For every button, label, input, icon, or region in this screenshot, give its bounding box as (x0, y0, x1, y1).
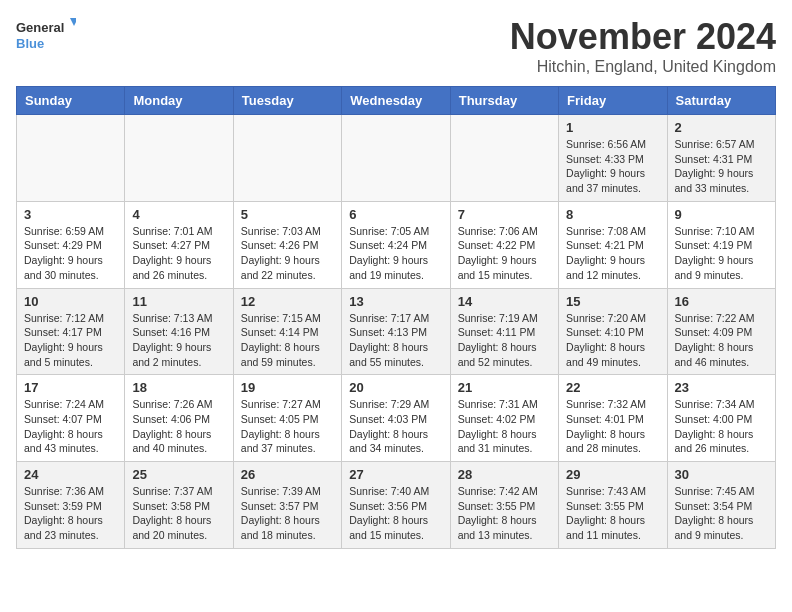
day-info: Sunrise: 7:24 AM Sunset: 4:07 PM Dayligh… (24, 397, 117, 456)
day-number: 9 (675, 207, 768, 222)
day-info: Sunrise: 7:32 AM Sunset: 4:01 PM Dayligh… (566, 397, 659, 456)
day-number: 2 (675, 120, 768, 135)
day-info: Sunrise: 7:34 AM Sunset: 4:00 PM Dayligh… (675, 397, 768, 456)
day-info: Sunrise: 7:40 AM Sunset: 3:56 PM Dayligh… (349, 484, 442, 543)
week-row-2: 3Sunrise: 6:59 AM Sunset: 4:29 PM Daylig… (17, 201, 776, 288)
day-info: Sunrise: 7:42 AM Sunset: 3:55 PM Dayligh… (458, 484, 551, 543)
calendar-cell (17, 115, 125, 202)
day-info: Sunrise: 7:13 AM Sunset: 4:16 PM Dayligh… (132, 311, 225, 370)
day-number: 13 (349, 294, 442, 309)
calendar-cell: 10Sunrise: 7:12 AM Sunset: 4:17 PM Dayli… (17, 288, 125, 375)
day-info: Sunrise: 7:36 AM Sunset: 3:59 PM Dayligh… (24, 484, 117, 543)
day-info: Sunrise: 7:39 AM Sunset: 3:57 PM Dayligh… (241, 484, 334, 543)
day-number: 27 (349, 467, 442, 482)
day-header-monday: Monday (125, 87, 233, 115)
day-number: 28 (458, 467, 551, 482)
day-number: 25 (132, 467, 225, 482)
day-info: Sunrise: 7:15 AM Sunset: 4:14 PM Dayligh… (241, 311, 334, 370)
calendar-cell (342, 115, 450, 202)
week-row-3: 10Sunrise: 7:12 AM Sunset: 4:17 PM Dayli… (17, 288, 776, 375)
day-number: 3 (24, 207, 117, 222)
day-info: Sunrise: 6:57 AM Sunset: 4:31 PM Dayligh… (675, 137, 768, 196)
day-header-sunday: Sunday (17, 87, 125, 115)
day-number: 16 (675, 294, 768, 309)
day-number: 21 (458, 380, 551, 395)
calendar-cell: 22Sunrise: 7:32 AM Sunset: 4:01 PM Dayli… (559, 375, 667, 462)
calendar-cell: 8Sunrise: 7:08 AM Sunset: 4:21 PM Daylig… (559, 201, 667, 288)
day-header-friday: Friday (559, 87, 667, 115)
calendar-cell: 20Sunrise: 7:29 AM Sunset: 4:03 PM Dayli… (342, 375, 450, 462)
day-number: 12 (241, 294, 334, 309)
day-info: Sunrise: 7:01 AM Sunset: 4:27 PM Dayligh… (132, 224, 225, 283)
calendar-cell: 13Sunrise: 7:17 AM Sunset: 4:13 PM Dayli… (342, 288, 450, 375)
day-number: 8 (566, 207, 659, 222)
week-row-1: 1Sunrise: 6:56 AM Sunset: 4:33 PM Daylig… (17, 115, 776, 202)
calendar-cell: 3Sunrise: 6:59 AM Sunset: 4:29 PM Daylig… (17, 201, 125, 288)
calendar-cell (125, 115, 233, 202)
day-header-thursday: Thursday (450, 87, 558, 115)
day-info: Sunrise: 7:12 AM Sunset: 4:17 PM Dayligh… (24, 311, 117, 370)
day-header-tuesday: Tuesday (233, 87, 341, 115)
day-number: 22 (566, 380, 659, 395)
day-number: 15 (566, 294, 659, 309)
logo-svg: General Blue (16, 16, 76, 56)
day-number: 1 (566, 120, 659, 135)
day-number: 6 (349, 207, 442, 222)
location: Hitchin, England, United Kingdom (510, 58, 776, 76)
day-info: Sunrise: 7:05 AM Sunset: 4:24 PM Dayligh… (349, 224, 442, 283)
day-info: Sunrise: 6:56 AM Sunset: 4:33 PM Dayligh… (566, 137, 659, 196)
calendar-cell: 27Sunrise: 7:40 AM Sunset: 3:56 PM Dayli… (342, 462, 450, 549)
day-number: 29 (566, 467, 659, 482)
day-number: 17 (24, 380, 117, 395)
day-info: Sunrise: 7:31 AM Sunset: 4:02 PM Dayligh… (458, 397, 551, 456)
calendar-cell: 12Sunrise: 7:15 AM Sunset: 4:14 PM Dayli… (233, 288, 341, 375)
calendar-cell (233, 115, 341, 202)
svg-text:General: General (16, 20, 64, 35)
calendar-cell: 6Sunrise: 7:05 AM Sunset: 4:24 PM Daylig… (342, 201, 450, 288)
calendar-cell: 17Sunrise: 7:24 AM Sunset: 4:07 PM Dayli… (17, 375, 125, 462)
calendar-cell: 18Sunrise: 7:26 AM Sunset: 4:06 PM Dayli… (125, 375, 233, 462)
days-header-row: SundayMondayTuesdayWednesdayThursdayFrid… (17, 87, 776, 115)
day-number: 10 (24, 294, 117, 309)
calendar-cell: 2Sunrise: 6:57 AM Sunset: 4:31 PM Daylig… (667, 115, 775, 202)
day-info: Sunrise: 7:10 AM Sunset: 4:19 PM Dayligh… (675, 224, 768, 283)
day-number: 18 (132, 380, 225, 395)
day-number: 11 (132, 294, 225, 309)
calendar-cell: 23Sunrise: 7:34 AM Sunset: 4:00 PM Dayli… (667, 375, 775, 462)
day-info: Sunrise: 7:17 AM Sunset: 4:13 PM Dayligh… (349, 311, 442, 370)
day-number: 5 (241, 207, 334, 222)
day-info: Sunrise: 7:45 AM Sunset: 3:54 PM Dayligh… (675, 484, 768, 543)
calendar-cell: 11Sunrise: 7:13 AM Sunset: 4:16 PM Dayli… (125, 288, 233, 375)
day-info: Sunrise: 7:27 AM Sunset: 4:05 PM Dayligh… (241, 397, 334, 456)
calendar-cell: 15Sunrise: 7:20 AM Sunset: 4:10 PM Dayli… (559, 288, 667, 375)
logo: General Blue (16, 16, 76, 56)
calendar-cell: 9Sunrise: 7:10 AM Sunset: 4:19 PM Daylig… (667, 201, 775, 288)
day-info: Sunrise: 6:59 AM Sunset: 4:29 PM Dayligh… (24, 224, 117, 283)
calendar-cell: 25Sunrise: 7:37 AM Sunset: 3:58 PM Dayli… (125, 462, 233, 549)
day-number: 24 (24, 467, 117, 482)
calendar-cell: 28Sunrise: 7:42 AM Sunset: 3:55 PM Dayli… (450, 462, 558, 549)
calendar-cell: 29Sunrise: 7:43 AM Sunset: 3:55 PM Dayli… (559, 462, 667, 549)
day-info: Sunrise: 7:20 AM Sunset: 4:10 PM Dayligh… (566, 311, 659, 370)
week-row-4: 17Sunrise: 7:24 AM Sunset: 4:07 PM Dayli… (17, 375, 776, 462)
day-number: 7 (458, 207, 551, 222)
day-info: Sunrise: 7:22 AM Sunset: 4:09 PM Dayligh… (675, 311, 768, 370)
calendar-cell: 21Sunrise: 7:31 AM Sunset: 4:02 PM Dayli… (450, 375, 558, 462)
day-info: Sunrise: 7:19 AM Sunset: 4:11 PM Dayligh… (458, 311, 551, 370)
calendar-cell: 14Sunrise: 7:19 AM Sunset: 4:11 PM Dayli… (450, 288, 558, 375)
calendar-cell: 1Sunrise: 6:56 AM Sunset: 4:33 PM Daylig… (559, 115, 667, 202)
day-number: 26 (241, 467, 334, 482)
calendar-cell (450, 115, 558, 202)
day-number: 20 (349, 380, 442, 395)
day-number: 14 (458, 294, 551, 309)
calendar-cell: 26Sunrise: 7:39 AM Sunset: 3:57 PM Dayli… (233, 462, 341, 549)
calendar-cell: 24Sunrise: 7:36 AM Sunset: 3:59 PM Dayli… (17, 462, 125, 549)
calendar-table: SundayMondayTuesdayWednesdayThursdayFrid… (16, 86, 776, 549)
week-row-5: 24Sunrise: 7:36 AM Sunset: 3:59 PM Dayli… (17, 462, 776, 549)
calendar-cell: 30Sunrise: 7:45 AM Sunset: 3:54 PM Dayli… (667, 462, 775, 549)
calendar-cell: 19Sunrise: 7:27 AM Sunset: 4:05 PM Dayli… (233, 375, 341, 462)
day-info: Sunrise: 7:26 AM Sunset: 4:06 PM Dayligh… (132, 397, 225, 456)
day-number: 4 (132, 207, 225, 222)
title-area: November 2024 Hitchin, England, United K… (510, 16, 776, 76)
day-header-saturday: Saturday (667, 87, 775, 115)
